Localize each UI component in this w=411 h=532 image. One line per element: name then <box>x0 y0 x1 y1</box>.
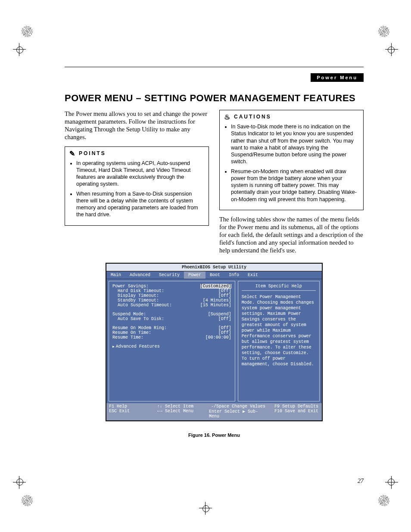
caution-item: In Save-to-Disk mode there is no indicat… <box>231 123 359 165</box>
bios-tab-exit[interactable]: Exit <box>243 271 262 279</box>
point-item: In operating systems using ACPI, Auto-su… <box>76 160 204 188</box>
bios-field[interactable]: Suspend Mode:[Suspend] <box>112 312 231 317</box>
crop-mark-icon <box>13 26 39 52</box>
bios-field-value: [Off] <box>218 317 231 321</box>
bios-field[interactable]: Display Timeout:[Off] <box>112 293 231 298</box>
bios-field-value: [Suspend] <box>208 312 231 317</box>
bios-tab-main[interactable]: Main <box>106 271 125 279</box>
crop-mark-icon <box>372 26 398 52</box>
bios-hotkey: ↑↓ Select Item <box>157 404 202 409</box>
bios-field-label: Display Timeout: <box>112 293 218 298</box>
bios-title: PhoenixBIOS Setup Utility <box>106 264 322 271</box>
bios-tab-power[interactable]: Power <box>184 271 206 279</box>
bios-field-value: [Off] <box>218 326 231 330</box>
caution-icon: ♨ <box>224 114 231 121</box>
page-number: 27 <box>358 478 364 485</box>
following-paragraph: The following tables show the names of t… <box>219 215 364 255</box>
bios-field-label: Suspend Mode: <box>112 312 208 317</box>
cautions-callout: ♨ CAUTIONS In Save-to-Disk mode there is… <box>219 110 364 210</box>
pencil-icon: ✎ <box>69 150 76 157</box>
bios-field-label: Auto Save To Disk: <box>112 317 218 321</box>
bios-field-value: [Off] <box>218 293 231 298</box>
bios-field-value: [Off] <box>218 330 231 335</box>
bios-field-label: Power Savings: <box>112 284 200 289</box>
bios-field-value: [Customized] <box>200 284 231 289</box>
cautions-heading: CAUTIONS <box>234 114 271 121</box>
bios-hotkey: -/Space Change Values <box>211 404 265 409</box>
page-title: POWER MENU – SETTING POWER MANAGEMENT FE… <box>65 93 364 104</box>
bios-hotkey: Enter Select ▶ Sub-Menu <box>209 409 268 419</box>
bios-field[interactable]: Auto Suspend Timeout:[15 Minutes] <box>112 303 231 308</box>
bios-hotkey: F1 Help <box>109 404 154 409</box>
bios-settings-pane: Power Savings:[Customized]Hard Disk Time… <box>109 281 235 401</box>
bios-footer: F1 Help↑↓ Select Item-/Space Change Valu… <box>106 403 322 420</box>
bios-field-value: [00:00:00] <box>206 335 231 340</box>
intro-paragraph: The Power menu allows you to set and cha… <box>65 110 209 141</box>
bios-hotkey: ←→ Select Menu <box>157 409 202 419</box>
points-callout: ✎ POINTS In operating systems using ACPI… <box>65 146 209 226</box>
bios-hotkey: F10 Save and Exit <box>274 409 319 419</box>
bios-help-text: Select Power Management Mode. Choosing m… <box>242 294 316 367</box>
page-rule <box>65 67 364 67</box>
bios-field-label: Resume On Modem Ring: <box>112 326 218 330</box>
bios-field[interactable]: Auto Save To Disk:[Off] <box>112 317 231 321</box>
bios-field[interactable]: Advanced Features <box>112 344 231 349</box>
bios-hotkey: ESC Exit <box>109 409 154 419</box>
bios-field-label: Hard Disk Timeout: <box>112 289 218 293</box>
bios-screenshot: PhoenixBIOS Setup Utility MainAdvancedSe… <box>106 263 323 421</box>
bios-field-label: Resume On Time: <box>112 330 218 335</box>
bios-help-heading: Item Specific Help <box>242 284 316 291</box>
crop-mark-icon <box>199 502 212 515</box>
bios-tab-boot[interactable]: Boot <box>206 271 224 279</box>
bios-tab-advanced[interactable]: Advanced <box>125 271 155 279</box>
bios-hotkey: F9 Setup Defaults <box>274 404 319 409</box>
points-heading: POINTS <box>79 150 106 157</box>
bios-tab-bar: MainAdvancedSecurityPowerBootInfoExit <box>106 271 322 279</box>
bios-field-label: Resume Time: <box>112 335 206 340</box>
crop-mark-icon <box>372 480 398 506</box>
bios-field[interactable]: Resume On Time:[Off] <box>112 330 231 335</box>
bios-tab-info[interactable]: Info <box>224 271 243 279</box>
bios-field[interactable]: Power Savings:[Customized] <box>112 284 231 289</box>
point-item: When resuming from a Save-to-Disk suspen… <box>76 190 204 218</box>
bios-field[interactable]: Hard Disk Timeout:[Off] <box>112 289 231 293</box>
bios-field[interactable]: Standby Timeout:[4 Minutes] <box>112 298 231 303</box>
bios-field-label: Standby Timeout: <box>112 298 203 303</box>
bios-field-value: [Off] <box>218 289 231 293</box>
caution-item: Resume-on-Modem ring when enabled will d… <box>231 168 359 203</box>
bios-field-label: Auto Suspend Timeout: <box>112 303 200 308</box>
figure-caption: Figure 16. Power Menu <box>65 432 364 438</box>
bios-field[interactable]: Resume On Modem Ring:[Off] <box>112 326 231 330</box>
bios-help-pane: Item Specific Help Select Power Manageme… <box>238 281 320 401</box>
bios-field[interactable]: Resume Time:[00:00:00] <box>112 335 231 340</box>
crop-mark-icon <box>13 480 39 506</box>
bios-field-label: Advanced Features <box>112 344 231 349</box>
bios-field-value: [15 Minutes] <box>200 303 231 308</box>
bios-tab-security[interactable]: Security <box>155 271 184 279</box>
bios-field-value: [4 Minutes] <box>203 298 231 303</box>
running-head: Power Menu <box>311 73 364 82</box>
